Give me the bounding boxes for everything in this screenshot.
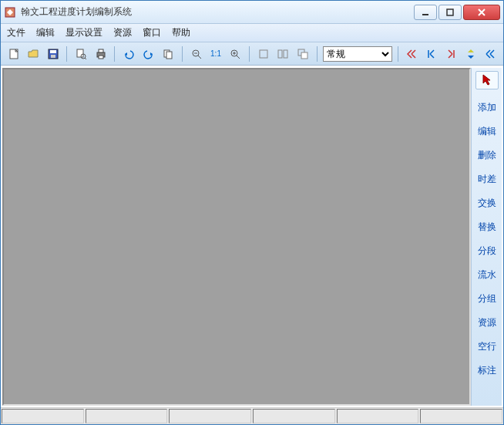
svg-rect-2: [447, 9, 453, 15]
app-window: 翰文工程进度计划编制系统 文件 编辑 显示设置 资源 窗口 帮助 1:1: [0, 0, 504, 425]
side-replace[interactable]: 替换: [472, 215, 502, 239]
separator: [398, 46, 398, 62]
side-segment[interactable]: 分段: [472, 239, 502, 263]
svg-rect-14: [166, 52, 172, 59]
side-blank[interactable]: 空行: [472, 335, 502, 359]
nav-last-button[interactable]: [482, 46, 499, 62]
window-single-button[interactable]: [255, 46, 271, 62]
side-edit[interactable]: 编辑: [472, 120, 502, 143]
titlebar: 翰文工程进度计划编制系统: [1, 1, 503, 24]
toolbar: 1:1 常规: [1, 42, 503, 66]
svg-rect-23: [278, 50, 282, 58]
status-cell-2: [86, 409, 168, 423]
menu-window[interactable]: 窗口: [143, 26, 161, 39]
nav-updown-button[interactable]: [462, 46, 479, 62]
svg-line-21: [237, 56, 240, 59]
app-icon: [4, 6, 16, 19]
side-timediff[interactable]: 时差: [472, 167, 502, 191]
nav-first-button[interactable]: [404, 46, 420, 62]
svg-line-9: [85, 58, 86, 59]
maximize-button[interactable]: [438, 5, 462, 20]
preview-button[interactable]: [72, 46, 89, 62]
side-swap[interactable]: 交换: [472, 191, 502, 215]
window-cascade-button[interactable]: [294, 46, 311, 62]
separator: [317, 46, 318, 62]
menu-file[interactable]: 文件: [7, 26, 25, 39]
svg-rect-24: [284, 50, 287, 58]
menu-resource[interactable]: 资源: [113, 26, 132, 39]
svg-rect-11: [99, 49, 103, 52]
mode-select[interactable]: 常规: [323, 46, 392, 62]
undo-button[interactable]: [120, 46, 136, 62]
minimize-button[interactable]: [414, 5, 437, 20]
side-add[interactable]: 添加: [472, 96, 502, 120]
separator: [249, 46, 250, 62]
statusbar: [1, 407, 503, 424]
open-button[interactable]: [25, 46, 41, 62]
menu-edit[interactable]: 编辑: [36, 26, 55, 39]
print-button[interactable]: [92, 46, 109, 62]
separator: [114, 46, 115, 62]
side-resource[interactable]: 资源: [472, 311, 502, 335]
mode-dropdown[interactable]: 常规: [323, 46, 392, 62]
svg-rect-6: [51, 55, 55, 58]
menu-display[interactable]: 显示设置: [66, 26, 102, 39]
separator: [182, 46, 183, 62]
status-cell-5: [337, 409, 419, 423]
zoomin-button[interactable]: [227, 46, 244, 62]
zoomout-button[interactable]: [188, 46, 204, 62]
side-flow[interactable]: 流水: [472, 263, 502, 287]
close-button[interactable]: [463, 5, 500, 20]
nav-prev-button[interactable]: [423, 46, 439, 62]
new-button[interactable]: [5, 46, 22, 62]
side-panel: 添加 编辑 删除 时差 交换 替换 分段 流水 分组 资源 空行 标注: [471, 68, 502, 406]
side-annotate[interactable]: 标注: [472, 359, 502, 383]
separator: [66, 46, 67, 62]
svg-rect-26: [301, 52, 307, 59]
status-cell-4: [253, 409, 335, 423]
window-title: 翰文工程进度计划编制系统: [21, 5, 414, 19]
svg-rect-5: [50, 50, 56, 53]
svg-rect-12: [99, 56, 103, 59]
svg-line-17: [198, 56, 201, 59]
canvas-area[interactable]: [2, 68, 471, 406]
window-controls: [414, 5, 500, 20]
status-cell-6: [420, 409, 502, 423]
cursor-tool[interactable]: [475, 71, 499, 89]
window-tile-button[interactable]: [275, 46, 291, 62]
content-area: 添加 编辑 删除 时差 交换 替换 分段 流水 分组 资源 空行 标注: [1, 66, 503, 407]
side-group[interactable]: 分组: [472, 287, 502, 311]
redo-button[interactable]: [140, 46, 156, 62]
nav-next-button[interactable]: [443, 46, 459, 62]
copy-button[interactable]: [160, 46, 176, 62]
side-delete[interactable]: 删除: [472, 143, 502, 167]
menu-help[interactable]: 帮助: [172, 26, 190, 39]
save-button[interactable]: [45, 46, 61, 62]
zoom-11-button[interactable]: 1:1: [207, 46, 223, 62]
status-cell-1: [2, 409, 84, 423]
status-cell-3: [169, 409, 251, 423]
svg-rect-22: [260, 50, 267, 58]
menubar: 文件 编辑 显示设置 资源 窗口 帮助: [1, 24, 503, 42]
svg-rect-7: [77, 49, 83, 57]
